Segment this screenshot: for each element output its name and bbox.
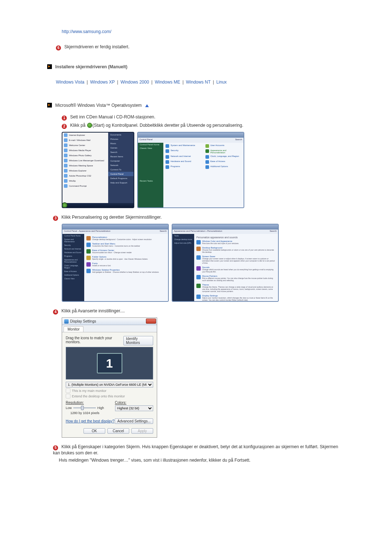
- appearance-window: Control Panel › Appearance and Personali…: [62, 224, 169, 302]
- personalization-item: Display SettingsAdjust your monitor reso…: [196, 295, 276, 301]
- manual-install-heading: Installere skjermdriveren (Manuelt): [55, 64, 127, 69]
- link-xp[interactable]: Windows XP: [90, 80, 115, 85]
- link-linux[interactable]: Linux: [216, 80, 227, 85]
- resolution-slider[interactable]: [73, 405, 96, 410]
- cp-category: System and Maintenance: [166, 144, 202, 148]
- startmenu-right-item: Games: [108, 146, 134, 150]
- step2-post: (Start) og Kontrollpanel. Dobbeltklikk d…: [93, 123, 244, 128]
- vista-heading: Microsoft® Windows Vista™ Operativsystem: [55, 103, 142, 108]
- cp-category: Programs: [166, 165, 202, 169]
- badge-6: 6: [56, 45, 61, 50]
- startmenu-item: Windows Explorer: [62, 168, 110, 173]
- step4-text: Klikk på Avanserte innstillinger....: [61, 308, 125, 313]
- arrow-bullet-icon: [47, 64, 52, 69]
- main-monitor-checkbox: [66, 388, 70, 393]
- startmenu-right-item: Pictures: [108, 137, 134, 141]
- resolution-label: Resolution:: [66, 401, 104, 405]
- badge-3: 3: [53, 216, 58, 221]
- cp-category: User Accounts: [205, 144, 242, 148]
- badge-2: 2: [62, 124, 67, 129]
- startmenu-item: Welcome Center: [62, 143, 110, 148]
- control-panel-window: Control PanelSearch Control Panel HomeCl…: [137, 132, 244, 208]
- appearance-item: FontsInstall or remove a font: [86, 262, 166, 267]
- ok-button[interactable]: OK: [83, 428, 105, 434]
- appearance-item: PersonalizationChange desktop background…: [86, 236, 166, 240]
- window-icon: [64, 319, 69, 324]
- personalization-window: Appearance and Personalization › Persona…: [172, 224, 279, 302]
- cp-category: Network and Internet: [166, 155, 202, 159]
- startmenu-right-item: Network: [108, 163, 134, 167]
- cp-category: Appearance and Personalization: [205, 149, 242, 154]
- startmenu-right-item: Recent Items: [108, 154, 134, 159]
- apply-button: Apply: [131, 428, 153, 434]
- cancel-button[interactable]: Cancel: [107, 428, 129, 434]
- startmenu-item: Windows Live Messenger Download: [62, 158, 110, 163]
- personalization-item: Mouse PointersPick a different mouse poi…: [196, 275, 276, 281]
- startmenu-item: Adobe Photoshop CS2: [62, 173, 110, 178]
- close-icon[interactable]: [146, 319, 156, 324]
- cp-category: Hardware and Sound: [166, 160, 202, 164]
- best-display-help-link[interactable]: How do I get the best display?: [66, 419, 114, 423]
- cp-category: Ease of Access: [205, 160, 242, 164]
- startmenu-item: E-mail / Windows Mail: [62, 138, 110, 143]
- monitor-1-icon[interactable]: 1: [97, 353, 122, 373]
- personalization-item: SoundsChange which sounds are heard when…: [196, 266, 276, 273]
- monitor-device-select[interactable]: 1. (Multiple Monitors) on NVIDIA GeForce…: [66, 382, 153, 388]
- badge-5: 5: [53, 445, 58, 450]
- appearance-item: Ease of Access CenterAccommodate low vis…: [86, 249, 166, 254]
- cp-category: Clock, Language, and Region: [205, 155, 242, 159]
- monitor-preview-area[interactable]: 1: [66, 347, 153, 380]
- os-links-row: Windows Vista | Windows XP | Windows 200…: [56, 80, 345, 85]
- startmenu-item: WinZip: [62, 178, 110, 183]
- startmenu-item: Command Prompt: [62, 183, 110, 189]
- link-vista[interactable]: Windows Vista: [56, 80, 84, 85]
- appearance-item: Windows Sidebar PropertiesAdd gadgets to…: [86, 269, 166, 273]
- badge-1: 1: [62, 116, 67, 121]
- startmenu-item: Windows Photo Gallery: [62, 153, 110, 158]
- step3-text: Klikk Personalisering og deretter Skjerm…: [61, 215, 162, 220]
- startmenu-right-item: Computer: [108, 159, 134, 163]
- step2-pre: Klikk på: [70, 123, 86, 128]
- extend-desktop-checkbox: [66, 394, 70, 398]
- screenshot-step4: Display Settings Monitor Drag the icons …: [62, 317, 345, 438]
- dialog-title: Display Settings: [70, 319, 96, 323]
- colors-select[interactable]: Highest (32 bit): [115, 405, 154, 411]
- step6-text: Skjermdriveren er ferdig installert.: [64, 44, 129, 49]
- screenshot-step3: Control Panel › Appearance and Personali…: [62, 224, 345, 302]
- step5a-text: Klikk på Egenskaper i kategorien Skjerm.…: [53, 444, 338, 455]
- startmenu-item: Windows Meeting Space: [62, 163, 110, 168]
- cp-breadcrumb: Control Panel: [139, 138, 152, 142]
- personalization-item: Desktop BackgroundChoose from available …: [196, 247, 276, 253]
- step1-text: Sett inn CDen Manual i CD-ROM-stasjonen.: [70, 114, 155, 119]
- link-nt[interactable]: Windows NT: [186, 80, 211, 85]
- personalization-item: ThemeChange the theme. Themes can change…: [196, 284, 276, 292]
- startmenu-right-item: Music: [108, 141, 134, 146]
- startmenu-right-item: Control Panel: [108, 172, 134, 176]
- arrow-bullet-icon: [47, 103, 52, 108]
- personalization-item: Window Color and AppearanceFine tune the…: [196, 240, 276, 244]
- colors-label: Colors:: [115, 401, 154, 405]
- startmenu-right-item: Search: [108, 150, 134, 154]
- start-menu-panel: Internet ExplorerE-mail / Windows MailWe…: [62, 132, 134, 208]
- badge-4: 4: [53, 309, 58, 315]
- link-2000[interactable]: Windows 2000: [121, 80, 149, 85]
- cp-category: Additional Options: [205, 165, 242, 169]
- resolution-value: 1280 by 1024 pixels: [66, 411, 104, 415]
- start-orb-icon: [87, 123, 92, 128]
- advanced-settings-button[interactable]: Advanced Settings...: [115, 418, 153, 424]
- personalization-item: Screen SaverChange your screen saver or …: [196, 255, 276, 264]
- identify-monitors-button[interactable]: Identify Monitors: [123, 336, 153, 345]
- collapse-caret-icon[interactable]: [145, 104, 149, 107]
- link-me[interactable]: Windows ME: [155, 80, 180, 85]
- startmenu-right-item: Help and Support: [108, 181, 134, 185]
- screenshot-step2: Internet ExplorerE-mail / Windows MailWe…: [62, 132, 345, 208]
- appearance-item: Taskbar and Start MenuCustomize the Star…: [86, 243, 166, 247]
- download-url[interactable]: http://www.samsung.com/: [62, 29, 345, 34]
- taskbar-start-orb-icon: [62, 202, 68, 208]
- startmenu-item: Windows Media Player: [62, 148, 110, 153]
- tab-monitor[interactable]: Monitor: [64, 326, 83, 332]
- startmenu-right-item: Connect To: [108, 167, 134, 172]
- step5b-text: Hvis meldingen "Windows trenger…" vises,…: [59, 458, 250, 463]
- drag-instruction: Drag the icons to match your monitors.: [66, 336, 123, 344]
- appearance-item: Folder OptionsSpecify single- or double-…: [86, 256, 166, 260]
